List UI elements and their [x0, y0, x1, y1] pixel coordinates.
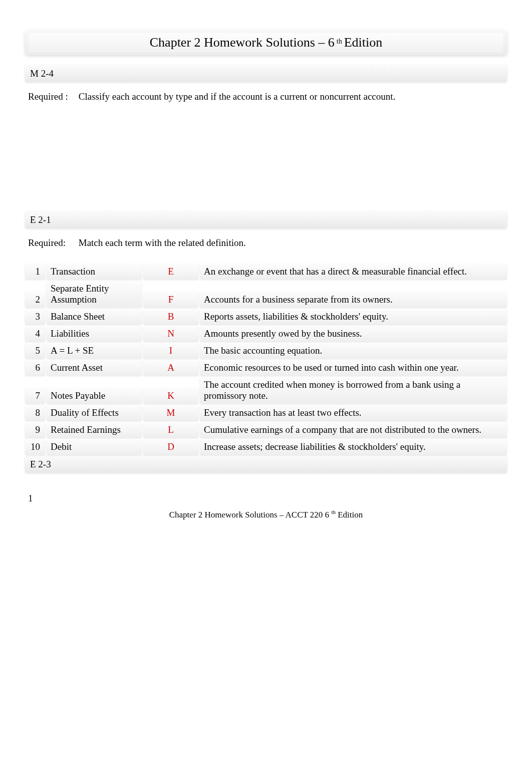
page-footer: Chapter 2 Homework Solutions – ACCT 220 …	[25, 509, 507, 520]
row-term: Liabilities	[47, 326, 142, 342]
row-definition: Economic resources to be used or turned …	[200, 360, 507, 376]
table-row: 8 Duality of Effects M Every transaction…	[25, 405, 507, 421]
row-number: 6	[25, 360, 45, 376]
footer-prefix: Chapter 2 Homework Solutions – ACCT 220 …	[169, 510, 329, 519]
row-letter: I	[143, 343, 198, 359]
required-line-m24: Required : Classify each account by type…	[25, 91, 507, 102]
row-definition: Increase assets; decrease liabilities & …	[200, 439, 507, 455]
section-heading-e23: E 2-3	[25, 456, 507, 473]
row-number: 1	[25, 264, 45, 280]
page-title-sup: th	[337, 38, 342, 45]
row-definition: The basic accounting equation.	[200, 343, 507, 359]
footer-suffix: Edition	[338, 510, 363, 519]
table-row: 3 Balance Sheet B Reports assets, liabil…	[25, 309, 507, 325]
required-label-m24: Required :	[28, 91, 76, 102]
row-term: Transaction	[47, 264, 142, 280]
row-letter: E	[143, 264, 198, 280]
required-text-e21: Match each term with the related definit…	[79, 237, 246, 248]
required-line-e21: Required: Match each term with the relat…	[25, 237, 507, 248]
row-term: Duality of Effects	[47, 405, 142, 421]
blank-space	[25, 111, 507, 211]
row-number: 8	[25, 405, 45, 421]
row-term: Separate Entity Assumption	[47, 281, 142, 308]
table-row: 4 Liabilities N Amounts presently owed b…	[25, 326, 507, 342]
row-term: Debit	[47, 439, 142, 455]
section-heading-m24: M 2-4	[25, 65, 507, 82]
page-title-suffix: Edition	[344, 35, 383, 50]
row-letter: K	[143, 388, 198, 404]
row-term: Retained Earnings	[47, 422, 142, 438]
row-term: Notes Payable	[47, 388, 142, 404]
row-number: 2	[25, 292, 45, 308]
row-number: 4	[25, 326, 45, 342]
page-title-block: Chapter 2 Homework Solutions – 6 th Edit…	[25, 30, 507, 55]
table-row: 6 Current Asset A Economic resources to …	[25, 360, 507, 376]
table-row: 7 Notes Payable K The account credited w…	[25, 377, 507, 404]
row-letter: N	[143, 326, 198, 342]
row-letter: F	[143, 292, 198, 308]
row-number: 3	[25, 309, 45, 325]
section-heading-e21: E 2-1	[25, 211, 507, 228]
row-letter: L	[143, 422, 198, 438]
page-title-prefix: Chapter 2 Homework Solutions – 6	[150, 35, 335, 50]
document-content: Chapter 2 Homework Solutions – 6 th Edit…	[25, 30, 507, 520]
table-row: 10 Debit D Increase assets; decrease lia…	[25, 439, 507, 455]
row-letter: M	[143, 405, 198, 421]
required-text-m24: Classify each account by type and if the…	[79, 91, 396, 102]
row-definition: Cumulative earnings of a company that ar…	[200, 422, 507, 438]
row-definition: The account credited when money is borro…	[200, 377, 507, 404]
table-row: 1 Transaction E An exchange or event tha…	[25, 264, 507, 280]
table-row: 9 Retained Earnings L Cumulative earning…	[25, 422, 507, 438]
row-definition: Every transaction has at least two effec…	[200, 405, 507, 421]
row-term: A = L + SE	[47, 343, 142, 359]
required-label-e21: Required:	[28, 237, 76, 248]
row-number: 5	[25, 343, 45, 359]
table-row: 2 Separate Entity Assumption F Accounts …	[25, 281, 507, 308]
match-table: 1 Transaction E An exchange or event tha…	[25, 264, 507, 455]
row-definition: Amounts presently owed by the business.	[200, 326, 507, 342]
table-row: 5 A = L + SE I The basic accounting equa…	[25, 343, 507, 359]
row-number: 7	[25, 388, 45, 404]
page-title-inner: Chapter 2 Homework Solutions – 6 th Edit…	[29, 33, 503, 52]
row-letter: A	[143, 360, 198, 376]
row-term: Balance Sheet	[47, 309, 142, 325]
footer-sup: th	[331, 509, 336, 515]
row-letter: B	[143, 309, 198, 325]
row-term: Current Asset	[47, 360, 142, 376]
row-number: 9	[25, 422, 45, 438]
row-definition: Accounts for a business separate from it…	[200, 292, 507, 308]
page-number: 1	[25, 493, 507, 504]
row-definition: An exchange or event that has a direct &…	[200, 264, 507, 280]
row-letter: D	[143, 439, 198, 455]
row-definition: Reports assets, liabilities & stockholde…	[200, 309, 507, 325]
row-number: 10	[25, 439, 45, 455]
